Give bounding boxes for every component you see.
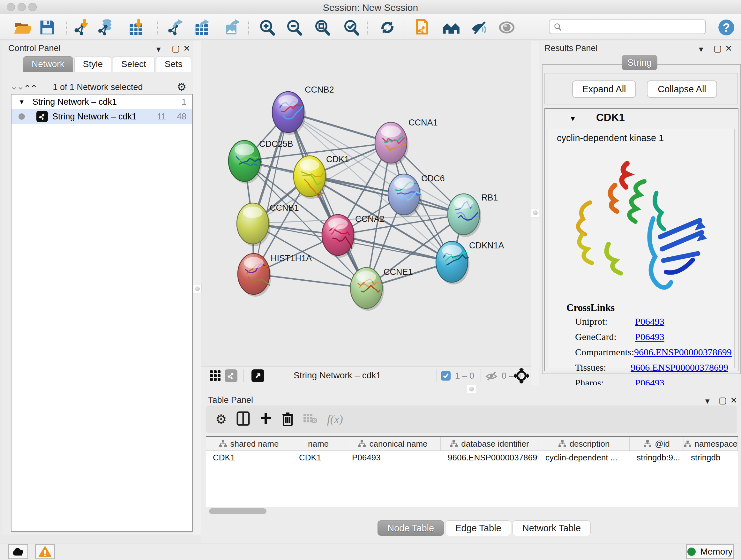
float-panel-icon[interactable]: ▾ bbox=[156, 44, 161, 54]
import-network-file-button[interactable] bbox=[73, 18, 91, 37]
column-header-database-identifier[interactable]: database identifier bbox=[441, 437, 538, 450]
birds-eye-crosshair-icon[interactable] bbox=[514, 368, 529, 385]
table-cell[interactable]: 9606.ENSP00000378699 bbox=[441, 451, 538, 464]
import-table-file-button[interactable] bbox=[127, 18, 145, 37]
add-column-icon[interactable] bbox=[259, 412, 272, 426]
zoom-out-button[interactable] bbox=[285, 18, 303, 37]
crosslink-link[interactable]: P06493 bbox=[635, 316, 664, 327]
table-cell[interactable]: stringdb bbox=[684, 451, 738, 464]
string-import-button[interactable] bbox=[415, 18, 433, 37]
tab-style[interactable]: Style bbox=[74, 56, 111, 72]
table-hscrollbar[interactable] bbox=[206, 508, 738, 515]
collection-expander-icon[interactable]: ▼ bbox=[18, 98, 25, 106]
tab-sets[interactable]: Sets bbox=[156, 56, 191, 72]
table-row[interactable]: CDK1CDK1P064939606.ENSP00000378699cyclin… bbox=[206, 451, 738, 464]
undock-panel-icon[interactable]: ▢ bbox=[719, 395, 727, 406]
node-CDK1[interactable]: CDK1 bbox=[293, 154, 349, 199]
table-cell[interactable]: stringdb:9... bbox=[630, 451, 684, 464]
tab-node-table[interactable]: Node Table bbox=[378, 520, 444, 536]
horizontal-splitter[interactable] bbox=[201, 385, 741, 393]
refresh-button[interactable] bbox=[379, 18, 396, 37]
network-share-icon[interactable] bbox=[225, 369, 238, 382]
delete-table-icon[interactable] bbox=[304, 413, 318, 426]
tab-network[interactable]: Network bbox=[23, 56, 73, 72]
export-table-button[interactable] bbox=[193, 18, 211, 37]
memory-button[interactable]: Memory bbox=[686, 544, 734, 559]
undock-panel-icon[interactable]: ▢ bbox=[172, 44, 180, 54]
column-header-description[interactable]: description bbox=[538, 437, 630, 450]
delete-column-icon[interactable] bbox=[282, 411, 294, 427]
crosslink-link[interactable]: 9606.ENSP00000378699 bbox=[630, 362, 728, 373]
splitter-grip[interactable] bbox=[193, 284, 202, 294]
string-enhance-button[interactable] bbox=[470, 18, 488, 37]
export-image-button[interactable] bbox=[223, 18, 241, 37]
node-RB1[interactable]: RB1 bbox=[448, 193, 498, 237]
network-canvas[interactable]: CCNB2CCNA1CDC25BCDK1CDC6RB1CCNB1CCNA2CDK… bbox=[201, 41, 531, 367]
function-builder-icon[interactable]: f(x) bbox=[327, 413, 343, 426]
grid-view-icon[interactable] bbox=[209, 370, 221, 383]
gene-expander-icon[interactable]: ▼ bbox=[569, 115, 576, 123]
show-columns-icon[interactable] bbox=[237, 411, 250, 427]
zoom-fit-button[interactable] bbox=[313, 18, 331, 37]
toolbar-separator bbox=[66, 20, 67, 35]
close-panel-icon[interactable]: ✕ bbox=[183, 44, 191, 54]
float-panel-icon[interactable]: ▾ bbox=[705, 396, 710, 406]
close-panel-icon[interactable]: ✕ bbox=[725, 44, 732, 54]
edge-CCNB2-HIST1H1A[interactable] bbox=[254, 112, 288, 274]
column-header--id[interactable]: @id bbox=[630, 437, 684, 450]
help-button[interactable]: ? bbox=[718, 18, 735, 37]
tab-select[interactable]: Select bbox=[113, 56, 155, 72]
collapse-all-button[interactable]: Collapse All bbox=[647, 80, 717, 98]
node-CCNE1[interactable]: CCNE1 bbox=[350, 267, 413, 311]
open-in-window-icon[interactable] bbox=[252, 369, 264, 382]
column-header-name[interactable]: name bbox=[292, 437, 345, 450]
splitter-grip[interactable] bbox=[531, 208, 540, 217]
table-cell[interactable]: CDK1 bbox=[206, 451, 292, 464]
node-CCNB2[interactable]: CCNB2 bbox=[272, 85, 334, 135]
string-glass-ball-button[interactable] bbox=[498, 18, 516, 37]
results-tab-string[interactable]: String bbox=[622, 55, 657, 70]
cloud-icon bbox=[12, 547, 24, 556]
zoom-selected-button[interactable] bbox=[342, 18, 360, 37]
table-cell[interactable]: P06493 bbox=[345, 451, 441, 464]
expand-all-button[interactable]: Expand All bbox=[572, 80, 636, 98]
tab-network-table[interactable]: Network Table bbox=[513, 520, 591, 536]
selected-checkbox-icon[interactable] bbox=[441, 371, 451, 381]
panel-options-gear-icon[interactable]: ⚙ bbox=[177, 80, 186, 93]
node-CDC25B[interactable]: CDC25B bbox=[228, 139, 293, 184]
node-HIST1H1A[interactable]: HIST1H1A bbox=[238, 253, 312, 297]
export-network-button[interactable] bbox=[166, 18, 185, 37]
crosslink-link[interactable]: P06493 bbox=[635, 331, 664, 342]
splitter-grip[interactable] bbox=[467, 385, 476, 393]
save-session-button[interactable] bbox=[38, 18, 56, 37]
column-header-shared-name[interactable]: shared name bbox=[206, 437, 292, 450]
column-header-namespace[interactable]: namespace bbox=[684, 437, 738, 450]
network-collection-row[interactable]: ▼ String Network – cdk1 1 bbox=[11, 95, 192, 109]
cloud-button[interactable] bbox=[8, 544, 28, 559]
string-homology-button[interactable] bbox=[442, 18, 460, 37]
tab-edge-table[interactable]: Edge Table bbox=[445, 520, 511, 536]
node-label-CDC6: CDC6 bbox=[421, 174, 445, 183]
collection-count: 1 bbox=[182, 97, 186, 107]
column-type-icon bbox=[558, 440, 566, 448]
vertical-splitter-left[interactable] bbox=[193, 41, 201, 535]
import-network-database-button[interactable] bbox=[97, 18, 115, 37]
node-CDKN1A[interactable]: CDKN1A bbox=[436, 241, 504, 285]
crosslink-link[interactable]: 9606.ENSP00000378699 bbox=[634, 347, 732, 358]
table-body: CDK1CDK1P064939606.ENSP00000378699cyclin… bbox=[206, 451, 738, 464]
search-input[interactable] bbox=[549, 19, 706, 34]
node-CDC6[interactable]: CDC6 bbox=[388, 174, 445, 217]
warnings-button[interactable] bbox=[35, 544, 55, 559]
scrollbar-thumb[interactable] bbox=[209, 508, 266, 514]
undock-panel-icon[interactable]: ▢ bbox=[714, 44, 722, 54]
open-session-button[interactable] bbox=[13, 18, 31, 37]
column-header-canonical-name[interactable]: canonical name bbox=[345, 437, 441, 450]
close-panel-icon[interactable]: ✕ bbox=[730, 395, 738, 406]
zoom-in-button[interactable] bbox=[258, 18, 276, 37]
table-cell[interactable]: cyclin-dependent ... bbox=[538, 451, 630, 464]
float-panel-icon[interactable]: ▾ bbox=[699, 44, 703, 54]
hidden-eye-icon[interactable] bbox=[485, 371, 498, 383]
table-cell[interactable]: CDK1 bbox=[292, 451, 345, 464]
network-row[interactable]: String Network – cdk1 11 48 bbox=[11, 109, 192, 124]
table-settings-gear-icon[interactable]: ⚙ bbox=[215, 412, 227, 427]
